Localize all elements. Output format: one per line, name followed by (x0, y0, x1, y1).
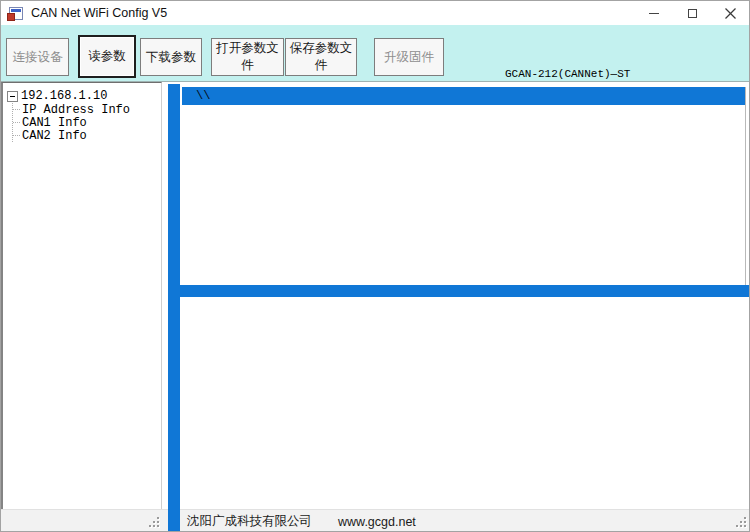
download-params-button[interactable]: 下载参数 (140, 38, 202, 76)
close-button[interactable] (711, 1, 749, 25)
device-tree-panel: 192.168.1.10 IP Address Info CAN1 Info C… (1, 82, 162, 509)
tree-node-can2-info[interactable]: CAN2 Info (13, 129, 161, 142)
tree-node-can1-info[interactable]: CAN1 Info (13, 116, 161, 129)
tree-collapse-icon[interactable] (7, 91, 18, 102)
tree-node-label: CAN1 Info (22, 116, 87, 130)
top-panel-header: \\ (182, 87, 745, 105)
window-resize-grip-icon[interactable] (734, 515, 747, 528)
tree-node-label: CAN2 Info (22, 129, 87, 143)
window-controls (635, 1, 749, 25)
window-title: CAN Net WiFi Config V5 (31, 6, 167, 20)
tree-connector (13, 135, 20, 136)
tree-root-label: 192.168.1.10 (21, 89, 107, 103)
minimize-icon (649, 13, 659, 14)
toolbar: 连接设备 读参数 下载参数 打开参数文件 保存参数文件 升级固件 GCAN-21… (1, 25, 749, 82)
website-label: www.gcgd.net (338, 515, 416, 529)
company-label: 沈阳广成科技有限公司 (187, 513, 312, 530)
close-icon (725, 8, 736, 19)
top-panel-title: \\ (196, 89, 210, 103)
read-params-button[interactable]: 读参数 (78, 35, 136, 78)
tree-node-label: IP Address Info (22, 103, 130, 117)
status-bar: 沈阳广成科技有限公司 www.gcgd.net (1, 509, 750, 532)
top-content-panel: \\ (182, 87, 746, 285)
accent-left-strip (168, 84, 180, 532)
bottom-content-panel (182, 297, 747, 509)
save-params-file-button[interactable]: 保存参数文件 (285, 38, 357, 76)
title-bar[interactable]: CAN Net WiFi Config V5 (1, 1, 749, 25)
minimize-button[interactable] (635, 1, 673, 25)
maximize-icon (688, 9, 697, 18)
panel-divider-bar (168, 285, 750, 297)
tree-node-root[interactable]: 192.168.1.10 (7, 89, 161, 103)
tree-node-ip-address-info[interactable]: IP Address Info (13, 103, 161, 116)
app-window: CAN Net WiFi Config V5 连接设备 读参数 下载参数 打开参… (0, 0, 750, 532)
upgrade-firmware-button[interactable]: 升级固件 (374, 38, 444, 76)
device-model: GCAN-212(CANNet)—ST (505, 68, 637, 82)
connect-device-button[interactable]: 连接设备 (6, 38, 69, 76)
maximize-button[interactable] (673, 1, 711, 25)
tree-children: IP Address Info CAN1 Info CAN2 Info (12, 103, 161, 142)
app-icon (9, 7, 23, 20)
tree-connector (13, 122, 20, 123)
left-resize-grip-icon[interactable] (147, 515, 160, 528)
open-params-file-button[interactable]: 打开参数文件 (211, 38, 284, 76)
tree-connector (13, 109, 20, 110)
